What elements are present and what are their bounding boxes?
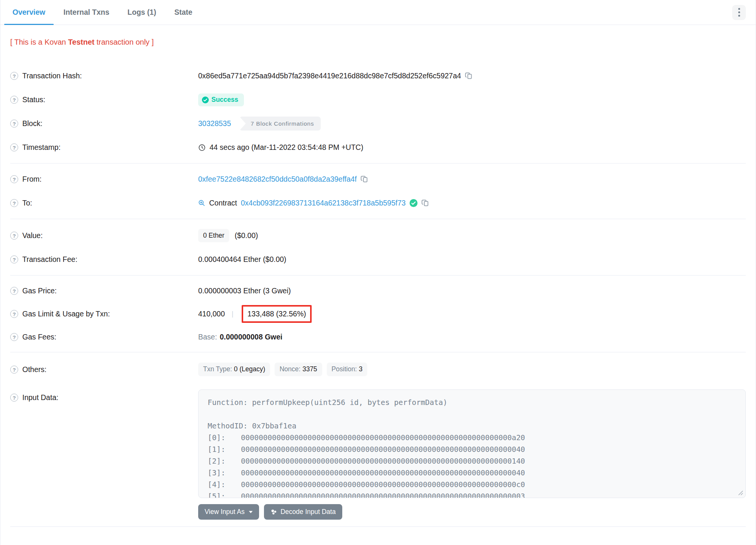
input-word-row: [2]: 00000000000000000000000000000000000…: [208, 455, 736, 467]
nonce-chip-label: Nonce:: [279, 366, 300, 373]
copy-icon[interactable]: [421, 199, 429, 207]
to-contract-prefix: Contract: [209, 199, 237, 207]
help-icon[interactable]: ?: [10, 255, 18, 263]
input-data-label: Input Data:: [22, 393, 58, 402]
input-word-row: [4]: 00000000000000000000000000000000000…: [208, 479, 736, 490]
bottom-divider: [10, 526, 746, 527]
to-address-link[interactable]: 0x4cb093f226983713164a62138c3f718a5b595f…: [241, 199, 406, 207]
gas-fees-label: Gas Fees:: [22, 333, 56, 341]
gas-fees-base-value: 0.000000008 Gwei: [220, 333, 283, 341]
help-icon[interactable]: ?: [10, 175, 18, 183]
position-chip-label: Position:: [332, 366, 357, 373]
copy-icon[interactable]: [465, 72, 473, 80]
row-input-data: ? Input Data: Function: performUpkeep(ui…: [10, 389, 746, 498]
help-icon[interactable]: ?: [10, 96, 18, 104]
section-divider: [10, 275, 746, 276]
block-number-link[interactable]: 30328535: [198, 119, 231, 128]
section-divider: [10, 163, 746, 164]
word-hex: 0000000000000000000000000000000000000000…: [241, 432, 525, 444]
gas-usage-highlight-box: 133,488 (32.56%): [242, 305, 312, 323]
others-label: Others:: [22, 365, 47, 374]
view-input-as-button[interactable]: View Input As: [198, 504, 259, 520]
timestamp-value: 44 secs ago (Mar-11-2022 03:54:48 PM +UT…: [210, 143, 363, 152]
row-transaction-hash: ? Transaction Hash: 0x86ed5a771e725aa94d…: [10, 64, 746, 88]
value-usd: ($0.00): [234, 231, 258, 240]
input-word-row: [0]: 00000000000000000000000000000000000…: [208, 432, 736, 444]
help-icon[interactable]: ?: [10, 120, 18, 128]
copy-icon[interactable]: [360, 175, 368, 183]
input-word-row: [5]: 00000000000000000000000000000000000…: [208, 490, 736, 498]
row-gas-fees: ? Gas Fees: Base: 0.000000008 Gwei: [10, 325, 746, 348]
word-hex: 0000000000000000000000000000000000000000…: [241, 467, 525, 479]
row-others: ? Others: Txn Type: 0 (Legacy) Nonce: 33…: [10, 356, 746, 383]
word-hex: 0000000000000000000000000000000000000000…: [241, 444, 525, 455]
word-index: [4]:: [208, 479, 241, 490]
help-icon[interactable]: ?: [10, 394, 18, 402]
help-icon[interactable]: ?: [10, 310, 18, 318]
gas-fees-base-label: Base:: [198, 333, 217, 341]
status-badge: Success: [198, 93, 244, 106]
input-word-row: [3]: 00000000000000000000000000000000000…: [208, 467, 736, 479]
word-hex: 0000000000000000000000000000000000000000…: [241, 479, 525, 490]
decode-label: Decode Input Data: [281, 508, 336, 516]
input-word-row: [1]: 00000000000000000000000000000000000…: [208, 444, 736, 455]
row-gas-limit-usage: ? Gas Limit & Usage by Txn: 410,000 | 13…: [10, 302, 746, 325]
row-timestamp: ? Timestamp: 44 secs ago (Mar-11-2022 03…: [10, 135, 746, 159]
word-index: [5]:: [208, 490, 241, 498]
view-input-as-label: View Input As: [205, 508, 245, 516]
tab-state[interactable]: State: [166, 0, 201, 25]
row-status: ? Status: Success: [10, 88, 746, 112]
notice-prefix: [ This is a Kovan: [10, 38, 68, 46]
word-index: [3]:: [208, 467, 241, 479]
transaction-card: Overview Internal Txns Logs (1) State [ …: [0, 0, 756, 545]
from-label: From:: [22, 175, 42, 184]
block-confirmations-badge: 7 Block Confirmations: [239, 117, 321, 131]
txn-type-chip-label: Txn Type:: [203, 366, 232, 373]
position-chip-value: 3: [359, 366, 363, 373]
gas-limit-label: Gas Limit & Usage by Txn:: [22, 310, 110, 318]
status-badge-text: Success: [211, 97, 238, 103]
notice-suffix: transaction only ]: [95, 38, 154, 46]
row-to: ? To: Contract 0x4cb093f226983713164a621…: [10, 191, 746, 215]
gas-price-value: 0.000000003 Ether (3 Gwei): [198, 287, 291, 295]
word-index: [2]:: [208, 455, 241, 467]
check-circle-icon: [202, 97, 209, 103]
tab-bar: Overview Internal Txns Logs (1) State: [0, 0, 756, 25]
nonce-chip-value: 3375: [303, 366, 317, 373]
resize-handle-icon[interactable]: [738, 490, 743, 495]
kebab-menu-button[interactable]: [732, 5, 746, 20]
input-function-line: Function: performUpkeep(uint256 id, byte…: [208, 397, 736, 408]
chevron-down-icon: [249, 511, 253, 513]
txn-type-chip-value: 0 (Legacy): [234, 366, 265, 373]
overview-panel: [ This is a Kovan Testnet transaction on…: [0, 38, 756, 527]
decode-icon: [270, 509, 277, 515]
section-divider: [10, 219, 746, 219]
gas-limit-separator: |: [232, 310, 234, 318]
transaction-hash-label: Transaction Hash:: [22, 72, 82, 80]
tab-logs[interactable]: Logs (1): [119, 0, 165, 25]
tab-internal-txns[interactable]: Internal Txns: [55, 0, 118, 25]
txn-type-chip: Txn Type: 0 (Legacy): [198, 363, 270, 376]
magnifier-plus-icon[interactable]: [198, 199, 205, 207]
timestamp-label: Timestamp:: [22, 143, 61, 152]
word-index: [1]:: [208, 444, 241, 455]
notice-bold: Testnet: [68, 38, 95, 46]
help-icon[interactable]: ?: [10, 232, 18, 240]
gas-usage-value: 133,488 (32.56%): [247, 310, 306, 318]
help-icon[interactable]: ?: [10, 333, 18, 341]
value-label: Value:: [22, 231, 43, 240]
help-icon[interactable]: ?: [10, 287, 18, 295]
help-icon[interactable]: ?: [10, 199, 18, 207]
word-hex: 0000000000000000000000000000000000000000…: [241, 455, 525, 467]
decode-input-data-button[interactable]: Decode Input Data: [264, 504, 342, 520]
tab-overview[interactable]: Overview: [4, 0, 54, 25]
row-from: ? From: 0xfee7522e8482682cf50ddc50a0f8da…: [10, 167, 746, 191]
row-block: ? Block: 30328535 7 Block Confirmations: [10, 112, 746, 135]
help-icon[interactable]: ?: [10, 366, 18, 374]
row-value: ? Value: 0 Ether ($0.00): [10, 224, 746, 248]
help-icon[interactable]: ?: [10, 72, 18, 80]
word-hex: 0000000000000000000000000000000000000000…: [241, 490, 525, 498]
input-data-box[interactable]: Function: performUpkeep(uint256 id, byte…: [198, 389, 746, 498]
from-address-link[interactable]: 0xfee7522e8482682cf50ddc50a0f8da2a39effa…: [198, 175, 357, 184]
help-icon[interactable]: ?: [10, 143, 18, 151]
